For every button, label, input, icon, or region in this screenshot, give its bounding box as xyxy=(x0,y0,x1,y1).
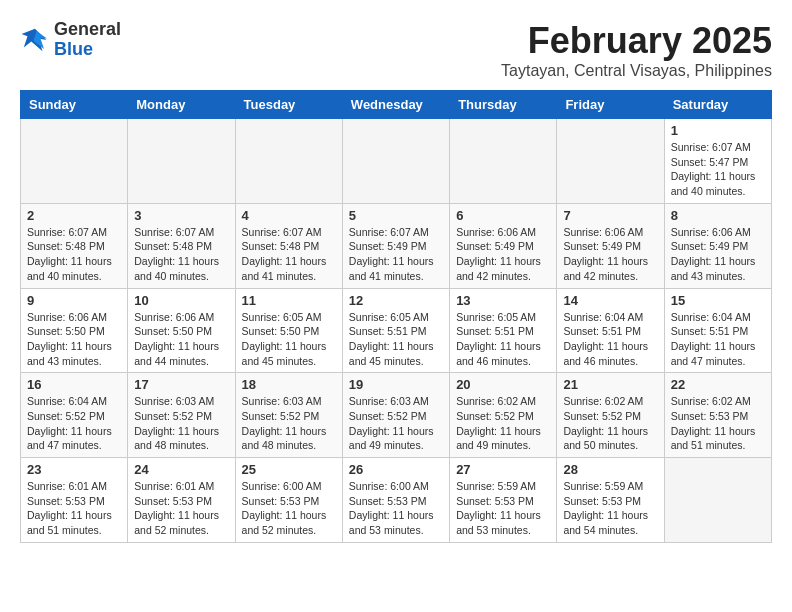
calendar-cell: 21Sunrise: 6:02 AM Sunset: 5:52 PM Dayli… xyxy=(557,373,664,458)
day-number: 3 xyxy=(134,208,228,223)
day-number: 2 xyxy=(27,208,121,223)
day-info: Sunrise: 6:05 AM Sunset: 5:50 PM Dayligh… xyxy=(242,310,336,369)
calendar-cell xyxy=(664,458,771,543)
calendar-cell: 5Sunrise: 6:07 AM Sunset: 5:49 PM Daylig… xyxy=(342,203,449,288)
day-info: Sunrise: 6:01 AM Sunset: 5:53 PM Dayligh… xyxy=(27,479,121,538)
logo-blue: Blue xyxy=(54,40,121,60)
logo-general: General xyxy=(54,20,121,40)
day-number: 5 xyxy=(349,208,443,223)
location-title: Taytayan, Central Visayas, Philippines xyxy=(501,62,772,80)
day-info: Sunrise: 6:03 AM Sunset: 5:52 PM Dayligh… xyxy=(242,394,336,453)
calendar-cell: 4Sunrise: 6:07 AM Sunset: 5:48 PM Daylig… xyxy=(235,203,342,288)
calendar-cell xyxy=(21,119,128,204)
calendar-header-tuesday: Tuesday xyxy=(235,91,342,119)
calendar-cell: 20Sunrise: 6:02 AM Sunset: 5:52 PM Dayli… xyxy=(450,373,557,458)
calendar-cell: 6Sunrise: 6:06 AM Sunset: 5:49 PM Daylig… xyxy=(450,203,557,288)
calendar-cell: 18Sunrise: 6:03 AM Sunset: 5:52 PM Dayli… xyxy=(235,373,342,458)
day-number: 6 xyxy=(456,208,550,223)
calendar-cell: 3Sunrise: 6:07 AM Sunset: 5:48 PM Daylig… xyxy=(128,203,235,288)
day-info: Sunrise: 6:07 AM Sunset: 5:49 PM Dayligh… xyxy=(349,225,443,284)
calendar-cell: 14Sunrise: 6:04 AM Sunset: 5:51 PM Dayli… xyxy=(557,288,664,373)
day-info: Sunrise: 5:59 AM Sunset: 5:53 PM Dayligh… xyxy=(456,479,550,538)
logo: General Blue xyxy=(20,20,121,60)
day-info: Sunrise: 6:05 AM Sunset: 5:51 PM Dayligh… xyxy=(456,310,550,369)
day-number: 23 xyxy=(27,462,121,477)
calendar-week-0: 1Sunrise: 6:07 AM Sunset: 5:47 PM Daylig… xyxy=(21,119,772,204)
calendar-cell: 19Sunrise: 6:03 AM Sunset: 5:52 PM Dayli… xyxy=(342,373,449,458)
calendar-table: SundayMondayTuesdayWednesdayThursdayFrid… xyxy=(20,90,772,543)
day-info: Sunrise: 6:02 AM Sunset: 5:53 PM Dayligh… xyxy=(671,394,765,453)
calendar-header-thursday: Thursday xyxy=(450,91,557,119)
day-info: Sunrise: 6:06 AM Sunset: 5:50 PM Dayligh… xyxy=(27,310,121,369)
day-info: Sunrise: 6:02 AM Sunset: 5:52 PM Dayligh… xyxy=(456,394,550,453)
calendar-cell: 1Sunrise: 6:07 AM Sunset: 5:47 PM Daylig… xyxy=(664,119,771,204)
day-number: 19 xyxy=(349,377,443,392)
calendar-cell: 15Sunrise: 6:04 AM Sunset: 5:51 PM Dayli… xyxy=(664,288,771,373)
calendar-cell: 17Sunrise: 6:03 AM Sunset: 5:52 PM Dayli… xyxy=(128,373,235,458)
day-info: Sunrise: 6:02 AM Sunset: 5:52 PM Dayligh… xyxy=(563,394,657,453)
day-number: 20 xyxy=(456,377,550,392)
day-number: 9 xyxy=(27,293,121,308)
calendar-cell: 11Sunrise: 6:05 AM Sunset: 5:50 PM Dayli… xyxy=(235,288,342,373)
day-info: Sunrise: 6:04 AM Sunset: 5:51 PM Dayligh… xyxy=(671,310,765,369)
calendar-week-2: 9Sunrise: 6:06 AM Sunset: 5:50 PM Daylig… xyxy=(21,288,772,373)
day-number: 27 xyxy=(456,462,550,477)
day-number: 22 xyxy=(671,377,765,392)
page-header: General Blue February 2025 Taytayan, Cen… xyxy=(20,20,772,80)
day-number: 7 xyxy=(563,208,657,223)
calendar-cell xyxy=(128,119,235,204)
calendar-cell: 13Sunrise: 6:05 AM Sunset: 5:51 PM Dayli… xyxy=(450,288,557,373)
calendar-cell: 26Sunrise: 6:00 AM Sunset: 5:53 PM Dayli… xyxy=(342,458,449,543)
month-title: February 2025 xyxy=(501,20,772,62)
day-number: 16 xyxy=(27,377,121,392)
calendar-cell: 9Sunrise: 6:06 AM Sunset: 5:50 PM Daylig… xyxy=(21,288,128,373)
day-info: Sunrise: 6:06 AM Sunset: 5:49 PM Dayligh… xyxy=(671,225,765,284)
day-number: 18 xyxy=(242,377,336,392)
calendar-header-sunday: Sunday xyxy=(21,91,128,119)
day-number: 25 xyxy=(242,462,336,477)
day-info: Sunrise: 6:06 AM Sunset: 5:49 PM Dayligh… xyxy=(563,225,657,284)
calendar-cell: 22Sunrise: 6:02 AM Sunset: 5:53 PM Dayli… xyxy=(664,373,771,458)
day-info: Sunrise: 6:07 AM Sunset: 5:48 PM Dayligh… xyxy=(242,225,336,284)
day-info: Sunrise: 6:07 AM Sunset: 5:48 PM Dayligh… xyxy=(27,225,121,284)
day-number: 11 xyxy=(242,293,336,308)
calendar-cell xyxy=(235,119,342,204)
calendar-cell: 2Sunrise: 6:07 AM Sunset: 5:48 PM Daylig… xyxy=(21,203,128,288)
calendar-cell: 27Sunrise: 5:59 AM Sunset: 5:53 PM Dayli… xyxy=(450,458,557,543)
day-info: Sunrise: 6:00 AM Sunset: 5:53 PM Dayligh… xyxy=(242,479,336,538)
day-number: 1 xyxy=(671,123,765,138)
day-info: Sunrise: 5:59 AM Sunset: 5:53 PM Dayligh… xyxy=(563,479,657,538)
day-number: 28 xyxy=(563,462,657,477)
day-number: 12 xyxy=(349,293,443,308)
calendar-cell: 8Sunrise: 6:06 AM Sunset: 5:49 PM Daylig… xyxy=(664,203,771,288)
calendar-header-monday: Monday xyxy=(128,91,235,119)
calendar-cell: 12Sunrise: 6:05 AM Sunset: 5:51 PM Dayli… xyxy=(342,288,449,373)
day-info: Sunrise: 6:06 AM Sunset: 5:49 PM Dayligh… xyxy=(456,225,550,284)
day-info: Sunrise: 6:01 AM Sunset: 5:53 PM Dayligh… xyxy=(134,479,228,538)
day-info: Sunrise: 6:06 AM Sunset: 5:50 PM Dayligh… xyxy=(134,310,228,369)
title-section: February 2025 Taytayan, Central Visayas,… xyxy=(501,20,772,80)
calendar-cell: 28Sunrise: 5:59 AM Sunset: 5:53 PM Dayli… xyxy=(557,458,664,543)
calendar-header-saturday: Saturday xyxy=(664,91,771,119)
day-info: Sunrise: 6:05 AM Sunset: 5:51 PM Dayligh… xyxy=(349,310,443,369)
calendar-week-4: 23Sunrise: 6:01 AM Sunset: 5:53 PM Dayli… xyxy=(21,458,772,543)
day-number: 4 xyxy=(242,208,336,223)
day-number: 15 xyxy=(671,293,765,308)
day-number: 26 xyxy=(349,462,443,477)
calendar-cell: 23Sunrise: 6:01 AM Sunset: 5:53 PM Dayli… xyxy=(21,458,128,543)
day-info: Sunrise: 6:04 AM Sunset: 5:51 PM Dayligh… xyxy=(563,310,657,369)
day-info: Sunrise: 6:07 AM Sunset: 5:48 PM Dayligh… xyxy=(134,225,228,284)
calendar-header-row: SundayMondayTuesdayWednesdayThursdayFrid… xyxy=(21,91,772,119)
day-info: Sunrise: 6:07 AM Sunset: 5:47 PM Dayligh… xyxy=(671,140,765,199)
calendar-week-3: 16Sunrise: 6:04 AM Sunset: 5:52 PM Dayli… xyxy=(21,373,772,458)
calendar-cell: 10Sunrise: 6:06 AM Sunset: 5:50 PM Dayli… xyxy=(128,288,235,373)
day-number: 24 xyxy=(134,462,228,477)
logo-bird-icon xyxy=(20,25,50,55)
day-number: 21 xyxy=(563,377,657,392)
day-number: 8 xyxy=(671,208,765,223)
day-number: 17 xyxy=(134,377,228,392)
calendar-cell xyxy=(557,119,664,204)
calendar-header-wednesday: Wednesday xyxy=(342,91,449,119)
day-info: Sunrise: 6:03 AM Sunset: 5:52 PM Dayligh… xyxy=(134,394,228,453)
calendar-cell: 7Sunrise: 6:06 AM Sunset: 5:49 PM Daylig… xyxy=(557,203,664,288)
